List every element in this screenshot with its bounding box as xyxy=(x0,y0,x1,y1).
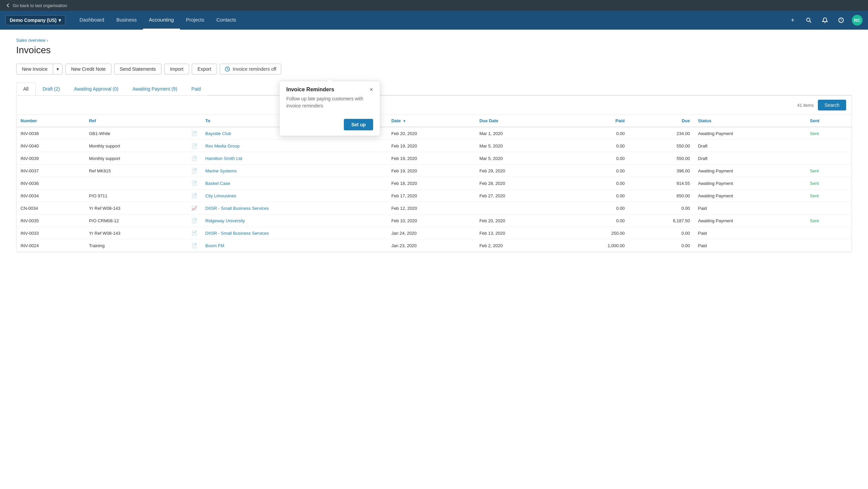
toolbar: New Invoice ▾ New Credit Note Send State… xyxy=(16,64,852,75)
contact-link[interactable]: Marine Systems xyxy=(205,168,237,173)
table-row[interactable]: INV-0038 GB1-White 📄 Bayside Club Feb 20… xyxy=(17,127,851,140)
cell-status: Awaiting Payment xyxy=(694,177,806,190)
nav-business[interactable]: Business xyxy=(110,11,143,30)
add-button[interactable]: + xyxy=(787,15,798,26)
new-credit-note-button[interactable]: New Credit Note xyxy=(65,64,111,75)
cell-date: Jan 23, 2020 xyxy=(387,239,475,252)
contact-link[interactable]: Boom FM xyxy=(205,243,224,248)
cell-paid: 0.00 xyxy=(563,165,629,177)
contact-link[interactable]: DIISR - Small Business Services xyxy=(205,206,269,211)
cell-ref: Ref MK815 xyxy=(85,165,187,177)
cell-due: 0.00 xyxy=(629,239,694,252)
tab-awaiting-payment[interactable]: Awaiting Payment (9) xyxy=(125,83,184,95)
cell-to[interactable]: Rex Media Group xyxy=(201,140,387,152)
col-due-date[interactable]: Due Date xyxy=(475,115,563,127)
back-link[interactable]: Go back to last organisation xyxy=(5,3,67,8)
contact-link[interactable]: Hamilton Smith Ltd xyxy=(205,156,242,161)
table-row[interactable]: INV-0034 P/O 9711 📄 City Limousines Feb … xyxy=(17,190,851,202)
col-date[interactable]: Date ▼ xyxy=(387,115,475,127)
cell-icon: 📄 xyxy=(187,165,201,177)
cell-to[interactable]: Hamilton Smith Ltd xyxy=(201,152,387,165)
invoices-table: Number Ref To Date ▼ Due Date Paid Due S… xyxy=(17,115,851,252)
cell-due-date: Mar 5, 2020 xyxy=(475,152,563,165)
cell-to[interactable]: DIISR - Small Business Services xyxy=(201,202,387,214)
contact-link[interactable]: Ridgeway University xyxy=(205,218,245,223)
cell-status: Paid xyxy=(694,227,806,239)
cell-due-date: Feb 13, 2020 xyxy=(475,227,563,239)
breadcrumb[interactable]: Sales overview › xyxy=(16,38,852,43)
send-statements-button[interactable]: Send Statements xyxy=(114,64,161,75)
new-invoice-dropdown-button[interactable]: ▾ xyxy=(53,64,63,75)
import-button[interactable]: Import xyxy=(164,64,189,75)
table-row[interactable]: INV-0035 P/O CRM08-12 📄 Ridgeway Univers… xyxy=(17,214,851,227)
cell-to[interactable]: Boom FM xyxy=(201,239,387,252)
search-button[interactable] xyxy=(803,15,814,26)
tab-paid[interactable]: Paid xyxy=(184,83,208,95)
table-row[interactable]: INV-0037 Ref MK815 📄 Marine Systems Feb … xyxy=(17,165,851,177)
export-button[interactable]: Export xyxy=(192,64,217,75)
cell-to[interactable]: City Limousines xyxy=(201,190,387,202)
cell-to[interactable]: Basket Case xyxy=(201,177,387,190)
tab-awaiting-approval[interactable]: Awaiting Approval (0) xyxy=(67,83,125,95)
cell-due: 0.00 xyxy=(629,227,694,239)
table-row[interactable]: INV-0033 Yr Ref W08-143 📄 DIISR - Small … xyxy=(17,227,851,239)
svg-text:?: ? xyxy=(840,19,842,22)
nav-contacts[interactable]: Contacts xyxy=(210,11,242,30)
col-number[interactable]: Number xyxy=(17,115,85,127)
notifications-button[interactable] xyxy=(819,15,830,26)
navigation: Demo Company (US) ▾ Dashboard Business A… xyxy=(0,11,868,30)
invoice-reminders-button[interactable]: Invoice reminders off xyxy=(220,64,282,75)
contact-link[interactable]: Basket Case xyxy=(205,181,230,186)
cell-date: Feb 19, 2020 xyxy=(387,140,475,152)
cell-ref: Monthly support xyxy=(85,152,187,165)
search-button[interactable]: Search xyxy=(818,100,846,111)
table-row[interactable]: INV-0040 Monthly support 📄 Rex Media Gro… xyxy=(17,140,851,152)
cell-number: INV-0039 xyxy=(17,152,85,165)
contact-link[interactable]: City Limousines xyxy=(205,193,236,198)
contact-link[interactable]: Bayside Club xyxy=(205,131,231,136)
cell-number: INV-0038 xyxy=(17,127,85,140)
contact-link[interactable]: Rex Media Group xyxy=(205,143,240,148)
company-selector[interactable]: Demo Company (US) ▾ xyxy=(5,15,65,25)
cell-icon: 📄 xyxy=(187,140,201,152)
cell-due: 396.00 xyxy=(629,165,694,177)
cell-number: INV-0035 xyxy=(17,214,85,227)
tab-all[interactable]: All xyxy=(16,83,36,95)
main-content: Sales overview › Invoices New Invoice ▾ … xyxy=(0,30,868,489)
nav-dashboard[interactable]: Dashboard xyxy=(73,11,110,30)
cell-paid: 0.00 xyxy=(563,127,629,140)
cell-status: Paid xyxy=(694,239,806,252)
nav-links: Dashboard Business Accounting Projects C… xyxy=(73,11,787,30)
table-row[interactable]: INV-0039 Monthly support 📄 Hamilton Smit… xyxy=(17,152,851,165)
cell-due: 234.00 xyxy=(629,127,694,140)
help-button[interactable]: ? xyxy=(836,15,846,26)
nav-accounting[interactable]: Accounting xyxy=(143,11,180,30)
cell-date: Feb 17, 2020 xyxy=(387,190,475,202)
table-row[interactable]: INV-0036 📄 Basket Case Feb 18, 2020 Feb … xyxy=(17,177,851,190)
cell-icon: 📄 xyxy=(187,214,201,227)
col-ref[interactable]: Ref xyxy=(85,115,187,127)
cell-to[interactable]: Marine Systems xyxy=(201,165,387,177)
cell-due: 0.00 xyxy=(629,202,694,214)
col-sent[interactable]: Sent xyxy=(806,115,851,127)
cell-sent: Sent xyxy=(806,177,851,190)
avatar[interactable]: RC xyxy=(852,15,863,26)
tab-draft[interactable]: Draft (2) xyxy=(36,83,67,95)
col-status[interactable]: Status xyxy=(694,115,806,127)
popup-close-button[interactable]: × xyxy=(369,87,373,93)
setup-button[interactable]: Set up xyxy=(344,119,373,130)
cell-to[interactable]: DIISR - Small Business Services xyxy=(201,227,387,239)
table-row[interactable]: INV-0024 Training 📄 Boom FM Jan 23, 2020… xyxy=(17,239,851,252)
cell-due-date: Feb 29, 2020 xyxy=(475,165,563,177)
contact-link[interactable]: DIISR - Small Business Services xyxy=(205,231,269,236)
nav-projects[interactable]: Projects xyxy=(180,11,210,30)
col-due[interactable]: Due xyxy=(629,115,694,127)
cell-to[interactable]: Ridgeway University xyxy=(201,214,387,227)
cell-due-date xyxy=(475,202,563,214)
col-paid[interactable]: Paid xyxy=(563,115,629,127)
table-row[interactable]: CN-0034 Yr Ref W08-143 📈 DIISR - Small B… xyxy=(17,202,851,214)
cell-number: INV-0034 xyxy=(17,190,85,202)
sent-badge: Sent xyxy=(810,131,819,136)
cell-icon: 📄 xyxy=(187,227,201,239)
new-invoice-button[interactable]: New Invoice xyxy=(16,64,53,75)
